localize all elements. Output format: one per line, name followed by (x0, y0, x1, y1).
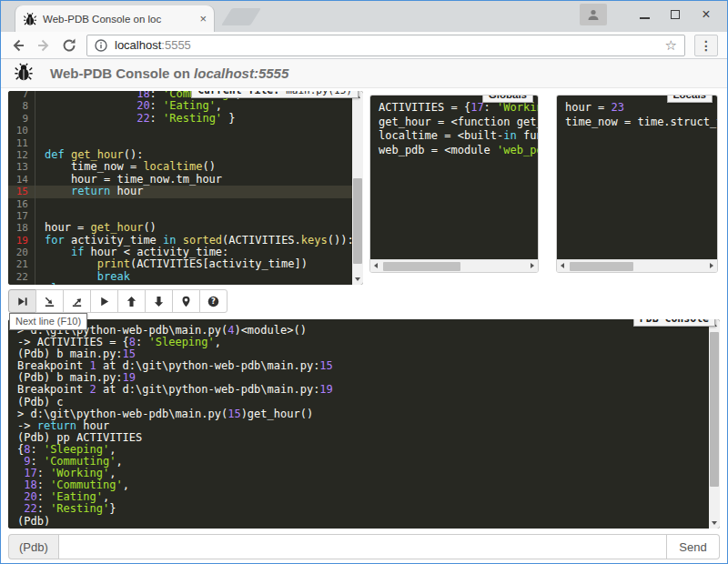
up-icon (126, 296, 137, 307)
down-button[interactable] (145, 289, 173, 313)
profile-button[interactable] (580, 4, 607, 25)
locals-content: hour = 23time_now = time.struct_time(tm_… (557, 96, 717, 259)
web-pdb-page: Web-PDB Console on localhost:5555 Curren… (1, 59, 727, 562)
code-vertical-scrollbar[interactable] (352, 91, 363, 285)
locals-horizontal-scrollbar[interactable] (557, 259, 717, 272)
code-line: 14 hour = time_now.tm_hour (8, 174, 352, 186)
next-line-tooltip: Next line (F10) (9, 313, 87, 330)
pdb-console-output: > d:\git\python-web-pdb\main.py(4)<modul… (8, 319, 709, 529)
page-title: Web-PDB Console on localhost:5555 (50, 65, 288, 81)
code-line: 10 (8, 125, 352, 136)
step-out-button[interactable] (63, 289, 91, 313)
up-button[interactable] (117, 289, 146, 313)
globals-panel: Globals ACTIVITIES = {17: 'Working', 18:… (369, 95, 539, 273)
continue-icon (98, 296, 110, 307)
globals-content: ACTIVITIES = {17: 'Working', 18: 'get_ho… (370, 96, 538, 259)
next-line-button[interactable] (8, 289, 36, 313)
step-out-icon (71, 296, 83, 307)
send-button[interactable]: Send (667, 534, 720, 559)
console-line: 22: 'Resting'} (17, 503, 700, 515)
globals-label: Globals (482, 95, 533, 103)
locals-label: Locals (667, 95, 713, 103)
debug-toolbar: ? (8, 289, 228, 313)
tab-close-icon[interactable]: × (199, 13, 207, 25)
globals-horizontal-scrollbar[interactable] (370, 259, 538, 272)
browser-tab[interactable]: Web-PDB Console on loc × (15, 5, 214, 32)
continue-button[interactable] (90, 289, 118, 313)
bug-favicon-icon (23, 12, 37, 26)
variable-line: hour = 23 (565, 101, 709, 116)
code-line: 20 if hour < activity_time: (8, 247, 352, 258)
where-button[interactable] (172, 289, 200, 313)
code-line: 19for activity_time in sorted(ACTIVITIES… (8, 235, 352, 247)
code-line: 21 print(ACTIVITIES[activity_time]) (8, 258, 352, 270)
code-line: 18hour = get_hour() (8, 222, 352, 234)
console-vertical-scrollbar[interactable] (709, 319, 720, 529)
step-into-icon (44, 296, 56, 307)
pdb-console-panel: PDB Console > d:\git\python-web-pdb\main… (8, 319, 720, 529)
code-line: 9 22: 'Resting' } (8, 113, 352, 125)
console-line: (Pdb) pp ACTIVITIES (17, 432, 700, 444)
tab-title: Web-PDB Console on loc (43, 14, 181, 25)
code-line: 8 20: 'Eating', (8, 100, 352, 112)
code-line: 11 (8, 137, 352, 149)
code-line: 16 (8, 198, 352, 210)
console-line: 18: 'Commuting', (17, 479, 700, 491)
new-tab-button[interactable] (221, 8, 261, 25)
browser-toolbar: localhost:5555 ☆ ⋮ (1, 32, 727, 59)
tab-strip: Web-PDB Console on loc × × (1, 1, 727, 32)
variable-line: time_now = time.struct_time(tm_yea (565, 116, 709, 130)
svg-text:?: ? (211, 297, 216, 306)
browser-menu-icon[interactable]: ⋮ (694, 35, 718, 56)
address-bar[interactable]: localhost:5555 ☆ (86, 35, 685, 56)
code-line: 13 time_now = localtime() (8, 161, 352, 173)
step-into-button[interactable] (35, 289, 64, 313)
console-line: (Pdb) (17, 516, 700, 528)
current-file-panel: Current file: main.py(15) 7 18: 'Commuti… (8, 91, 363, 285)
back-icon[interactable] (10, 37, 26, 54)
info-icon[interactable] (95, 39, 107, 52)
console-line: Breakpoint 2 at d:\git\python-web-pdb\ma… (17, 384, 700, 396)
help-icon: ? (207, 296, 219, 307)
code-line: 12def get_hour(): (8, 149, 352, 161)
where-icon (180, 296, 192, 307)
bug-logo-icon (14, 62, 34, 86)
variable-line: get_hour = <function get_hour at 0 (379, 116, 530, 130)
help-button[interactable]: ? (199, 289, 228, 313)
next-line-icon (16, 296, 28, 307)
browser-window: Web-PDB Console on loc × × localhost:555… (0, 0, 728, 564)
variable-line: localtime = <built-in function loc (379, 129, 530, 144)
variable-line: web_pdb = <module 'web_pdb' from ' (379, 144, 530, 158)
page-header: Web-PDB Console on localhost:5555 (1, 59, 727, 88)
locals-panel: Locals hour = 23time_now = time.struct_t… (556, 95, 718, 273)
code-line: 23else: (8, 283, 352, 285)
minimize-button[interactable] (629, 2, 660, 27)
pdb-prompt-addon: (Pdb) (8, 534, 58, 559)
current-file-label: Current file: main.py(15) (191, 91, 359, 98)
close-button[interactable]: × (691, 2, 722, 27)
refresh-icon[interactable] (61, 37, 77, 54)
variable-line: ACTIVITIES = {17: 'Working', 18: ' (379, 101, 530, 116)
command-prompt: (Pdb) Send (8, 534, 720, 559)
pdb-console-label: PDB Console (633, 319, 715, 327)
window-controls: × (580, 1, 722, 28)
code-line: 22 break (8, 271, 352, 283)
bookmark-star-icon[interactable]: ☆ (665, 38, 677, 52)
url-text: localhost:5555 (115, 38, 191, 52)
tab-title-fade (177, 9, 192, 28)
code-line: 15 return hour (8, 186, 352, 197)
maximize-button[interactable] (660, 2, 691, 27)
console-line: > d:\git\python-web-pdb\main.py(15)get_h… (17, 408, 700, 420)
console-line: 20: 'Eating', (17, 491, 700, 503)
source-code: 7 18: 'Commuting',8 20: 'Eating',9 22: '… (8, 91, 352, 285)
command-input[interactable] (58, 534, 667, 559)
forward-icon[interactable] (35, 37, 52, 54)
console-line: 9: 'Commuting', (17, 456, 700, 468)
code-line: 17 (8, 210, 352, 222)
down-icon (153, 296, 165, 307)
